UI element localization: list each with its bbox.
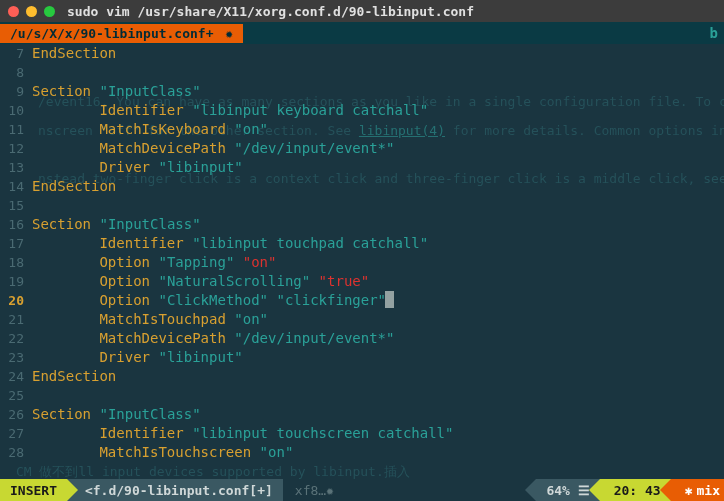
- code-line[interactable]: 19 Option "NaturalScrolling" "true": [0, 272, 724, 291]
- code-line[interactable]: 15: [0, 196, 724, 215]
- trailing-indicator: ✱mix: [671, 479, 724, 501]
- code-line[interactable]: 25: [0, 386, 724, 405]
- line-number: 10: [0, 101, 32, 120]
- line-number: 12: [0, 139, 32, 158]
- line-content: Identifier "libinput touchpad catchall": [32, 234, 428, 253]
- code-line[interactable]: 13 Driver "libinput": [0, 158, 724, 177]
- code-line[interactable]: 12 MatchDevicePath "/dev/input/event*": [0, 139, 724, 158]
- line-number: 14: [0, 177, 32, 196]
- cursor: [385, 291, 394, 308]
- line-number: 22: [0, 329, 32, 348]
- ghost-text: CM 做不到ll input devices supported by libi…: [16, 463, 410, 479]
- code-line[interactable]: 27 Identifier "libinput touchscreen catc…: [0, 424, 724, 443]
- code-line[interactable]: 26Section "InputClass": [0, 405, 724, 424]
- status-bar: INSERT <f.d/90-libinput.conf[+] xf8…✹ 64…: [0, 479, 724, 501]
- line-number: 9: [0, 82, 32, 101]
- line-content: EndSection: [32, 44, 116, 63]
- line-number: 7: [0, 44, 32, 63]
- code-line[interactable]: 21 MatchIsTouchpad "on": [0, 310, 724, 329]
- line-number: 8: [0, 63, 32, 82]
- line-content: Option "Tapping" "on": [32, 253, 276, 272]
- buffer-indicator: b: [704, 25, 724, 41]
- line-number: 20: [0, 291, 32, 310]
- line-number: 28: [0, 443, 32, 462]
- code-line[interactable]: 14EndSection: [0, 177, 724, 196]
- code-line[interactable]: 11 MatchIsKeyboard "on": [0, 120, 724, 139]
- code-line[interactable]: 24EndSection: [0, 367, 724, 386]
- line-number: 19: [0, 272, 32, 291]
- editor-area[interactable]: /event16. You can have as many sections …: [0, 44, 724, 479]
- close-button[interactable]: [8, 6, 19, 17]
- line-number: 13: [0, 158, 32, 177]
- line-number: 25: [0, 386, 32, 405]
- line-content: Identifier "libinput touchscreen catchal…: [32, 424, 453, 443]
- line-number: 27: [0, 424, 32, 443]
- code-line[interactable]: 7EndSection: [0, 44, 724, 63]
- code-line[interactable]: 20 Option "ClickMethod" "clickfinger": [0, 291, 724, 310]
- line-number: 16: [0, 215, 32, 234]
- tab-label: /u/s/X/x/90-libinput.conf+: [10, 26, 214, 41]
- line-content: Option "NaturalScrolling" "true": [32, 272, 369, 291]
- file-path: <f.d/90-libinput.conf[+]: [67, 479, 283, 501]
- mode-indicator: INSERT: [0, 479, 67, 501]
- line-content: Section "InputClass": [32, 405, 201, 424]
- tab-modified-icon: ✹: [225, 26, 233, 41]
- code-line[interactable]: 10 Identifier "libinput keyboard catchal…: [0, 101, 724, 120]
- code-line[interactable]: 28 MatchIsTouchscreen "on": [0, 443, 724, 462]
- encoding-indicator: xf8…✹: [283, 479, 537, 501]
- line-content: Section "InputClass": [32, 82, 201, 101]
- line-number: 23: [0, 348, 32, 367]
- line-number: 21: [0, 310, 32, 329]
- code-line[interactable]: 22 MatchDevicePath "/dev/input/event*": [0, 329, 724, 348]
- code-line[interactable]: 23 Driver "libinput": [0, 348, 724, 367]
- code-line[interactable]: 16Section "InputClass": [0, 215, 724, 234]
- window-title: sudo vim /usr/share/X11/xorg.conf.d/90-l…: [67, 4, 474, 19]
- line-content: MatchDevicePath "/dev/input/event*": [32, 329, 394, 348]
- star-icon: ✱: [685, 483, 693, 498]
- line-content: MatchDevicePath "/dev/input/event*": [32, 139, 394, 158]
- line-content: MatchIsKeyboard "on": [32, 120, 268, 139]
- line-content: Driver "libinput": [32, 158, 243, 177]
- line-number: 26: [0, 405, 32, 424]
- line-content: MatchIsTouchscreen "on": [32, 443, 293, 462]
- code-line[interactable]: 8: [0, 63, 724, 82]
- line-number: 17: [0, 234, 32, 253]
- traffic-lights: [8, 6, 55, 17]
- maximize-button[interactable]: [44, 6, 55, 17]
- window-titlebar: sudo vim /usr/share/X11/xorg.conf.d/90-l…: [0, 0, 724, 22]
- line-number: 15: [0, 196, 32, 215]
- code-line[interactable]: 17 Identifier "libinput touchpad catchal…: [0, 234, 724, 253]
- code-line[interactable]: 18 Option "Tapping" "on": [0, 253, 724, 272]
- line-number: 18: [0, 253, 32, 272]
- line-content: EndSection: [32, 367, 116, 386]
- tab-bar: /u/s/X/x/90-libinput.conf+ ✹ b: [0, 22, 724, 44]
- minimize-button[interactable]: [26, 6, 37, 17]
- line-content: Identifier "libinput keyboard catchall": [32, 101, 428, 120]
- line-number: 11: [0, 120, 32, 139]
- code-content[interactable]: 7EndSection89Section "InputClass"10 Iden…: [0, 44, 724, 462]
- code-line[interactable]: 9Section "InputClass": [0, 82, 724, 101]
- line-number: 24: [0, 367, 32, 386]
- line-content: EndSection: [32, 177, 116, 196]
- line-content: Driver "libinput": [32, 348, 243, 367]
- line-content: MatchIsTouchpad "on": [32, 310, 268, 329]
- tab-current[interactable]: /u/s/X/x/90-libinput.conf+ ✹: [0, 24, 243, 43]
- line-content: Option "ClickMethod" "clickfinger": [32, 291, 394, 310]
- line-content: Section "InputClass": [32, 215, 201, 234]
